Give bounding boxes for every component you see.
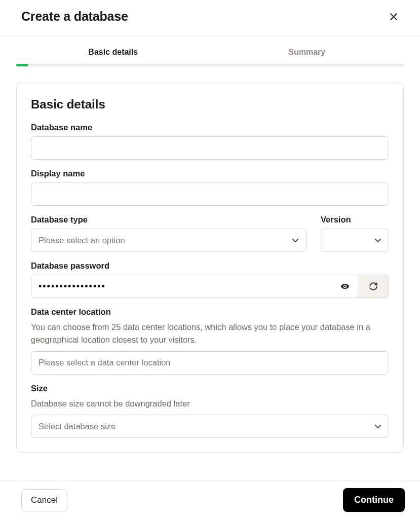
version-label: Version	[321, 215, 389, 225]
field-database-password: Database password	[31, 261, 389, 298]
field-database-type: Database type	[31, 215, 307, 252]
field-type-version-row: Database type Version	[31, 215, 389, 252]
progress-fill	[16, 64, 28, 66]
display-name-label: Display name	[31, 169, 389, 178]
database-password-label: Database password	[31, 261, 389, 271]
field-database-name: Database name	[31, 123, 389, 160]
tab-row: Basic details Summary	[16, 48, 404, 64]
data-center-help: You can choose from 25 data center locat…	[31, 321, 389, 346]
continue-button[interactable]: Continue	[343, 488, 405, 512]
database-name-input[interactable]	[31, 136, 389, 160]
data-center-label: Data center location	[31, 307, 389, 317]
field-display-name: Display name	[31, 169, 389, 206]
progress-track	[16, 64, 404, 66]
tab-basic-details[interactable]: Basic details	[16, 48, 210, 64]
close-button[interactable]	[387, 10, 401, 24]
data-center-select[interactable]	[31, 351, 389, 375]
modal-header: Create a database	[0, 0, 420, 36]
modal-title: Create a database	[21, 9, 128, 24]
close-icon	[390, 13, 398, 21]
size-help: Database size cannot be downgraded later	[31, 397, 389, 410]
toggle-password-visibility-button[interactable]	[338, 280, 352, 293]
cancel-button[interactable]: Cancel	[21, 489, 67, 511]
refresh-icon	[369, 282, 378, 291]
display-name-input[interactable]	[31, 182, 389, 206]
database-name-label: Database name	[31, 123, 389, 132]
version-select[interactable]	[321, 229, 389, 252]
create-database-modal: Create a database Basic details Summary …	[0, 0, 420, 519]
field-version: Version	[321, 215, 389, 252]
field-data-center: Data center location You can choose from…	[31, 307, 389, 375]
wizard-tabs: Basic details Summary	[0, 36, 420, 66]
modal-footer: Cancel Continue	[0, 480, 420, 519]
database-type-select[interactable]	[31, 229, 307, 252]
tab-summary[interactable]: Summary	[210, 48, 404, 64]
database-type-label: Database type	[31, 215, 307, 225]
size-select[interactable]	[31, 415, 389, 438]
eye-icon	[340, 282, 350, 291]
field-size: Size Database size cannot be downgraded …	[31, 384, 389, 438]
regenerate-password-button[interactable]	[358, 275, 389, 298]
size-label: Size	[31, 384, 389, 393]
database-password-input[interactable]	[31, 275, 358, 298]
basic-details-card: Basic details Database name Display name…	[16, 83, 404, 453]
card-title: Basic details	[31, 97, 389, 112]
